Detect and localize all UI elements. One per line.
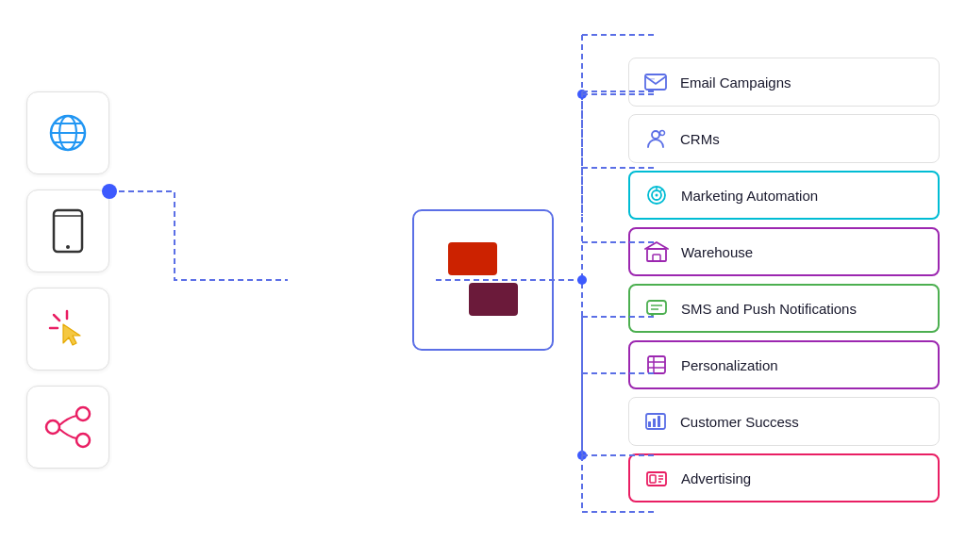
ad-icon <box>643 465 670 491</box>
dest-customer-success[interactable]: Customer Success <box>628 397 940 446</box>
svg-point-13 <box>76 407 90 420</box>
dest-marketing-automation[interactable]: Marketing Automation <box>628 171 940 220</box>
warehouse-icon <box>643 239 670 265</box>
dest-crms[interactable]: CRMs <box>628 114 940 163</box>
svg-rect-16 <box>469 283 518 316</box>
person-icon <box>643 352 670 378</box>
svg-rect-31 <box>648 356 665 373</box>
dest-advertising[interactable]: Advertising <box>628 453 940 502</box>
svg-rect-40 <box>650 475 656 483</box>
webhook-icon <box>43 403 92 452</box>
svg-rect-17 <box>645 74 666 90</box>
svg-point-12 <box>46 420 59 434</box>
svg-rect-15 <box>448 242 497 275</box>
svg-point-14 <box>76 434 90 447</box>
marketing-icon <box>643 182 670 208</box>
sms-icon <box>643 295 670 321</box>
source-web[interactable] <box>26 91 109 174</box>
globe-icon <box>45 110 91 156</box>
tablet-icon <box>50 208 86 254</box>
dest-sms-push[interactable]: SMS and Push Notifications <box>628 284 940 333</box>
success-icon <box>642 408 669 435</box>
segment-logo <box>431 228 535 332</box>
svg-point-6 <box>66 245 70 249</box>
destinations-column: Email Campaigns CRMs <box>628 58 940 502</box>
dest-sms-label: SMS and Push Notifications <box>681 301 857 317</box>
cursor-icon <box>46 307 90 351</box>
center-logo <box>412 209 554 351</box>
dest-advertising-label: Advertising <box>681 470 751 486</box>
dest-warehouse[interactable]: Warehouse <box>628 227 940 276</box>
diagram-wrapper: Email Campaigns CRMs <box>0 0 966 560</box>
svg-point-49 <box>577 275 587 285</box>
svg-point-23 <box>656 194 658 197</box>
svg-rect-28 <box>647 301 666 314</box>
svg-marker-11 <box>63 324 80 345</box>
crm-icon <box>642 125 669 152</box>
sources-column <box>26 91 109 469</box>
svg-point-50 <box>577 451 587 460</box>
dest-crms-label: CRMs <box>680 131 720 147</box>
email-icon <box>642 69 669 95</box>
dest-email-campaigns-label: Email Campaigns <box>680 74 791 91</box>
dest-personalization[interactable]: Personalization <box>628 340 940 389</box>
svg-rect-38 <box>658 416 660 427</box>
dest-email-campaigns[interactable]: Email Campaigns <box>628 58 940 107</box>
svg-rect-18 <box>649 78 655 80</box>
svg-line-25 <box>660 189 662 191</box>
dest-customer-success-label: Customer Success <box>680 414 799 430</box>
svg-line-8 <box>54 315 59 321</box>
svg-point-19 <box>652 131 659 139</box>
source-webhook[interactable] <box>26 386 109 469</box>
svg-point-20 <box>660 131 665 136</box>
dest-marketing-automation-label: Marketing Automation <box>681 188 818 204</box>
svg-rect-37 <box>653 419 656 427</box>
source-mobile[interactable] <box>26 189 109 272</box>
svg-rect-27 <box>653 255 660 261</box>
dest-warehouse-label: Warehouse <box>681 244 753 260</box>
svg-rect-36 <box>648 421 651 427</box>
dest-personalization-label: Personalization <box>681 357 778 373</box>
svg-point-48 <box>577 90 587 99</box>
source-click[interactable] <box>26 288 109 371</box>
